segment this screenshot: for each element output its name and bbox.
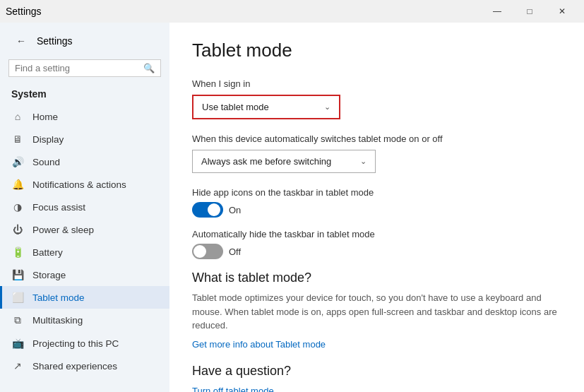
sidebar-item-notifications[interactable]: 🔔Notifications & actions: [0, 173, 169, 196]
hide-icons-state: On: [229, 205, 241, 215]
sidebar-items-container: ⌂Home🖥Display🔊Sound🔔Notifications & acti…: [0, 105, 169, 377]
question-title: Have a question?: [192, 364, 561, 379]
sidebar-item-label-focus: Focus assist: [32, 202, 85, 213]
shared-icon: ↗: [11, 360, 24, 372]
hide-icons-row: Hide app icons on the taskbar in tablet …: [192, 187, 561, 218]
sidebar-item-battery[interactable]: 🔋Battery: [0, 241, 169, 263]
sound-icon: 🔊: [11, 156, 24, 167]
page-title: Tablet mode: [192, 40, 561, 61]
sidebar-header: ← Settings: [0, 23, 169, 57]
sidebar-app-title: Settings: [37, 35, 73, 47]
battery-icon: 🔋: [11, 247, 24, 258]
app-body: ← Settings 🔍 System ⌂Home🖥Display🔊Sound🔔…: [0, 23, 584, 392]
sidebar-item-sound[interactable]: 🔊Sound: [0, 150, 169, 173]
titlebar: Settings — □ ✕: [0, 0, 584, 23]
titlebar-title: Settings: [6, 6, 42, 17]
auto-hide-row: Automatically hide the taskbar in tablet…: [192, 229, 561, 259]
sidebar-item-label-sound: Sound: [32, 157, 60, 167]
sidebar-item-home[interactable]: ⌂Home: [0, 105, 169, 128]
display-icon: 🖥: [11, 133, 24, 145]
sign-in-label: When I sign in: [192, 78, 561, 89]
sidebar-item-projecting[interactable]: 📺Projecting to this PC: [0, 332, 169, 355]
sidebar-item-label-battery: Battery: [32, 247, 63, 258]
auto-hide-toggle-knob: [193, 245, 206, 258]
auto-hide-label: Automatically hide the taskbar in tablet…: [192, 229, 561, 239]
titlebar-left: Settings: [6, 6, 42, 17]
sign-in-dropdown-arrow: ⌄: [324, 102, 330, 112]
what-body: Tablet mode optimizes your device for to…: [192, 291, 561, 333]
hide-icons-toggle-row: On: [192, 202, 561, 218]
minimize-button[interactable]: —: [481, 0, 513, 23]
sidebar-section-label: System: [0, 85, 169, 105]
auto-switch-dropdown-arrow: ⌄: [360, 157, 367, 166]
sidebar-item-label-projecting: Projecting to this PC: [32, 338, 119, 349]
sidebar-item-label-home: Home: [32, 112, 58, 122]
hide-icons-toggle[interactable]: [192, 202, 223, 218]
tablet-icon: ⬜: [11, 292, 24, 303]
search-box[interactable]: 🔍: [8, 59, 161, 77]
titlebar-controls: — □ ✕: [481, 0, 578, 23]
question-links: Turn off tablet mode Get help: [192, 386, 561, 393]
auto-switch-dropdown[interactable]: Always ask me before switching ⌄: [192, 150, 376, 173]
power-icon: ⏻: [11, 224, 24, 235]
focus-icon: ◑: [11, 201, 24, 213]
hide-icons-toggle-knob: [208, 203, 220, 216]
sidebar-item-multitasking[interactable]: ⧉Multitasking: [0, 309, 169, 332]
sidebar-item-focus[interactable]: ◑Focus assist: [0, 196, 169, 218]
main-content: Tablet mode When I sign in Use tablet mo…: [169, 23, 584, 392]
auto-hide-state: Off: [229, 247, 241, 257]
auto-switch-label: When this device automatically switches …: [192, 133, 561, 144]
home-icon: ⌂: [11, 111, 24, 122]
sidebar-item-label-tablet: Tablet mode: [32, 292, 85, 303]
sidebar-item-label-display: Display: [32, 134, 64, 145]
what-link[interactable]: Get more info about Tablet mode: [192, 339, 326, 350]
what-title: What is tablet mode?: [192, 271, 561, 285]
sidebar-item-label-shared: Shared experiences: [32, 361, 117, 372]
sidebar-item-label-storage: Storage: [32, 270, 66, 280]
auto-hide-toggle-row: Off: [192, 244, 561, 259]
hide-icons-label: Hide app icons on the taskbar in tablet …: [192, 187, 561, 198]
search-icon: 🔍: [143, 63, 155, 73]
sidebar-item-tablet[interactable]: ⬜Tablet mode: [0, 286, 169, 309]
question-link-0[interactable]: Turn off tablet mode: [192, 386, 561, 393]
projecting-icon: 📺: [11, 338, 24, 349]
sidebar-item-display[interactable]: 🖥Display: [0, 128, 169, 150]
notifications-icon: 🔔: [11, 179, 24, 190]
back-button[interactable]: ←: [11, 31, 31, 51]
close-button[interactable]: ✕: [546, 0, 578, 23]
auto-switch-dropdown-value: Always ask me before switching: [201, 156, 331, 167]
sidebar-item-label-multitasking: Multitasking: [32, 315, 83, 326]
sign-in-dropdown-value: Use tablet mode: [202, 102, 269, 112]
sidebar-item-shared[interactable]: ↗Shared experiences: [0, 355, 169, 377]
maximize-button[interactable]: □: [513, 0, 546, 23]
sign-in-dropdown[interactable]: Use tablet mode ⌄: [192, 95, 340, 119]
sidebar-item-label-notifications: Notifications & actions: [32, 179, 126, 190]
storage-icon: 💾: [11, 269, 24, 280]
sidebar: ← Settings 🔍 System ⌂Home🖥Display🔊Sound🔔…: [0, 23, 169, 392]
sidebar-item-power[interactable]: ⏻Power & sleep: [0, 218, 169, 241]
sidebar-item-label-power: Power & sleep: [32, 225, 94, 235]
auto-hide-toggle[interactable]: [192, 244, 223, 259]
sidebar-item-storage[interactable]: 💾Storage: [0, 263, 169, 286]
search-input[interactable]: [15, 63, 139, 73]
multitasking-icon: ⧉: [11, 314, 24, 326]
